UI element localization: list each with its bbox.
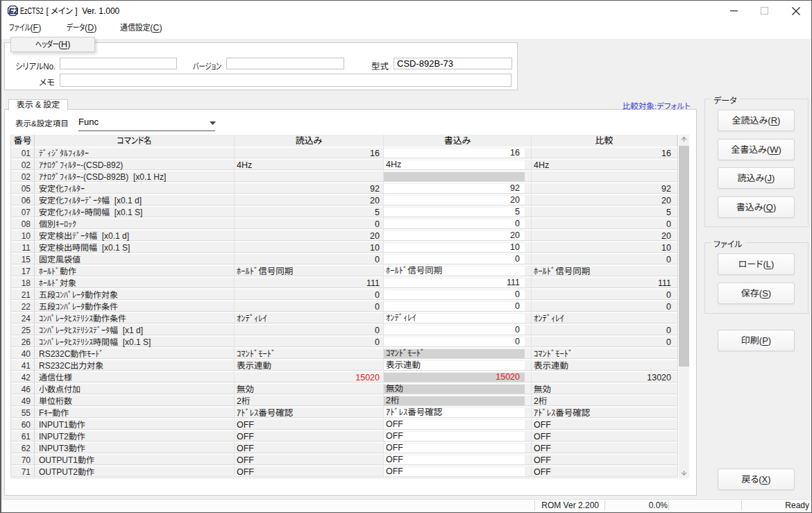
svg-text:EZ: EZ	[9, 7, 18, 15]
